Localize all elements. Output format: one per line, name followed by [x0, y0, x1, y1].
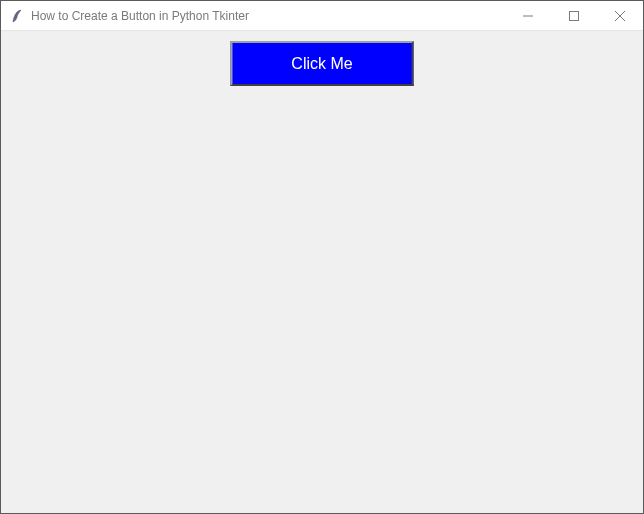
client-area: Click Me — [1, 31, 643, 513]
app-window: How to Create a Button in Python Tkinter… — [0, 0, 644, 514]
tkinter-feather-icon — [9, 8, 25, 24]
minimize-button[interactable] — [505, 1, 551, 30]
maximize-button[interactable] — [551, 1, 597, 30]
svg-rect-1 — [570, 11, 579, 20]
titlebar[interactable]: How to Create a Button in Python Tkinter — [1, 1, 643, 31]
click-me-button[interactable]: Click Me — [231, 41, 414, 86]
window-title: How to Create a Button in Python Tkinter — [31, 9, 249, 23]
window-controls — [505, 1, 643, 30]
close-button[interactable] — [597, 1, 643, 30]
click-me-button-label: Click Me — [291, 55, 352, 73]
